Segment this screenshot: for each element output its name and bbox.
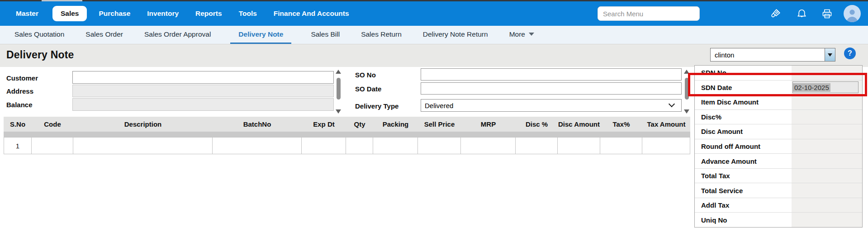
cell-batchno[interactable] [213, 138, 302, 154]
tab-more[interactable]: More [508, 26, 536, 44]
summary-value-total-service [792, 183, 862, 198]
cell-disc-amount[interactable] [558, 138, 600, 154]
cell-disc[interactable] [516, 138, 558, 154]
tab-label: Sales Bill [311, 30, 340, 38]
tab-sales-order-approval[interactable]: Sales Order Approval [142, 26, 213, 44]
column-header-s-no: S.No [4, 117, 32, 132]
summary-panel: SDN NoSDN Date02-10-2025Item Disc Amount… [694, 65, 863, 228]
summary-label-sdn-date: SDN Date [695, 81, 792, 95]
summary-value-disc-amount [792, 124, 862, 139]
dropdown-arrow-icon[interactable] [825, 48, 835, 61]
column-header-tax-amount: Tax Amount [642, 117, 690, 132]
summary-label-total-service: Total Service [695, 183, 792, 198]
summary-row-addl-tax: Addl Tax [695, 198, 862, 213]
summary-row-round-off-amount: Round off Amount [695, 139, 862, 154]
column-header-qty: Qty [346, 117, 373, 132]
topbar-right [598, 5, 861, 22]
selected-date-text: 02-10-2025 [793, 83, 830, 92]
search-input[interactable] [598, 6, 700, 21]
summary-row-advance-amount: Advance Amount [695, 154, 862, 169]
so-date-input[interactable] [421, 82, 682, 95]
summary-value-addl-tax [792, 198, 862, 213]
cell-tax-amount[interactable] [642, 138, 690, 154]
summary-row-total-service: Total Service [695, 183, 862, 198]
tab-label: Sales Order [85, 30, 123, 38]
summary-label-uniq-no: Uniq No [695, 213, 792, 227]
tab-sales-quotation[interactable]: Sales Quotation [13, 26, 66, 44]
summary-row-item-disc-amount: Item Disc Amount [695, 95, 862, 110]
address-label: Address [6, 87, 33, 95]
main-nav: MasterSalesPurchaseInventoryReportsTools… [16, 6, 366, 21]
chevron-down-icon [529, 33, 534, 36]
delivery-type-select[interactable]: Delivered [421, 99, 682, 112]
nav-item-purchase[interactable]: Purchase [99, 9, 130, 18]
company-selector[interactable]: clinton [710, 48, 835, 62]
column-header-code: Code [32, 117, 73, 132]
summary-row-sdn-no: SDN No [695, 66, 862, 81]
scroll-up-icon[interactable] [336, 70, 341, 74]
tab-sales-bill[interactable]: Sales Bill [309, 26, 342, 44]
scroll-up-icon[interactable] [684, 70, 689, 74]
nav-item-inventory[interactable]: Inventory [147, 9, 179, 18]
cell-sell-price[interactable] [418, 138, 461, 154]
help-icon[interactable]: ? [844, 47, 856, 59]
nav-item-tools[interactable]: Tools [239, 9, 257, 18]
so-no-input[interactable] [421, 68, 682, 81]
cell-mrp[interactable] [461, 138, 516, 154]
summary-value-advance-amount [792, 154, 862, 168]
cell-tax[interactable] [600, 138, 642, 154]
summary-value-sdn-date: 02-10-2025 [792, 81, 862, 95]
page-title: Delivery Note [6, 49, 74, 61]
scroll-down-icon[interactable] [684, 109, 689, 114]
sdn-date-input[interactable]: 02-10-2025 [792, 81, 859, 93]
address-input [72, 85, 334, 97]
so-no-label: SO No [355, 71, 376, 79]
so-list-scrollbar[interactable] [683, 69, 691, 114]
user-avatar[interactable] [844, 5, 861, 22]
cell-qty[interactable] [346, 138, 373, 154]
summary-row-disc-amount: Disc Amount [695, 124, 862, 139]
delivery-type-value: Delivered [421, 102, 669, 109]
column-header-exp-dt: Exp Dt [302, 117, 346, 132]
customer-label: Customer [6, 74, 38, 82]
column-header-disc-amount: Disc Amount [558, 117, 600, 132]
tab-label: Sales Return [361, 30, 402, 38]
cell-packing[interactable] [373, 138, 418, 154]
tab-sales-return[interactable]: Sales Return [359, 26, 403, 44]
tab-delivery-note-return[interactable]: Delivery Note Return [421, 26, 490, 44]
scrollbar-thumb[interactable] [337, 78, 341, 100]
tab-label: More [509, 30, 525, 38]
scrollbar-thumb[interactable] [685, 78, 689, 100]
paint-brush-icon[interactable] [768, 7, 782, 20]
tab-sales-order[interactable]: Sales Order [84, 26, 125, 44]
column-header-batchno: BatchNo [213, 117, 302, 132]
nav-item-master[interactable]: Master [16, 9, 38, 18]
items-table-separator [4, 132, 690, 137]
column-header-description: Description [73, 117, 213, 132]
customer-input[interactable] [72, 71, 334, 84]
summary-row-total-tax: Total Tax [695, 169, 862, 184]
table-row[interactable]: 1 [4, 137, 690, 154]
printer-icon[interactable] [820, 7, 834, 20]
cell-exp-dt[interactable] [302, 138, 346, 154]
scroll-down-icon[interactable] [336, 109, 341, 114]
summary-value-sdn-no [792, 66, 862, 80]
nav-item-finance-and-accounts[interactable]: Finance And Accounts [274, 9, 349, 18]
nav-item-sales[interactable]: Sales [52, 6, 87, 21]
summary-value-total-tax [792, 169, 862, 183]
customer-list-scrollbar[interactable] [335, 69, 342, 114]
top-navbar: MasterSalesPurchaseInventoryReportsTools… [0, 1, 868, 26]
tab-delivery-note[interactable]: Delivery Note [230, 26, 291, 44]
cell-description[interactable] [73, 138, 213, 154]
delivery-type-label: Delivery Type [355, 102, 398, 110]
summary-label-disc: Disc% [695, 110, 792, 124]
summary-label-sdn-no: SDN No [695, 66, 792, 80]
column-header-disc: Disc % [516, 117, 558, 132]
nav-item-reports[interactable]: Reports [195, 9, 222, 18]
cell-code[interactable] [32, 138, 73, 154]
cell-s-no[interactable]: 1 [4, 138, 32, 154]
notification-bell-icon[interactable] [795, 7, 808, 20]
column-header-mrp: MRP [461, 117, 516, 132]
column-header-packing: Packing [373, 117, 418, 132]
chevron-down-icon [669, 101, 675, 107]
